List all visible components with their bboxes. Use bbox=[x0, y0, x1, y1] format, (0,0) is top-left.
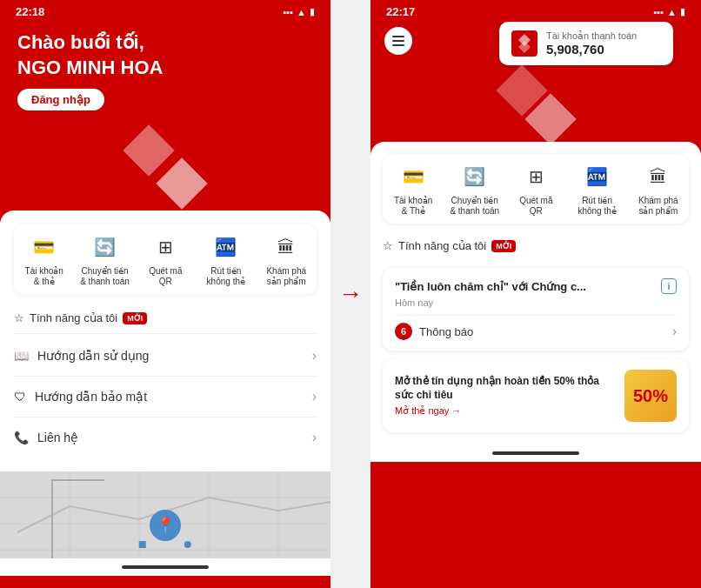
menu-item-security[interactable]: 🛡 Hướng dẫn bảo mật › bbox=[14, 377, 317, 418]
action-qr-r[interactable]: ⊞ Quét mãQR bbox=[511, 161, 560, 217]
right-phone: 22:17 ▪▪▪ ▲ ▮ Tài khoản th bbox=[371, 0, 701, 588]
chevron-contact-icon: › bbox=[312, 430, 317, 445]
chevron-guide-icon: › bbox=[312, 348, 317, 364]
arrow-icon: → bbox=[338, 280, 363, 308]
action-qr[interactable]: ⊞ Quét mãQR bbox=[141, 231, 190, 287]
withdraw-icon: 🏧 bbox=[210, 231, 242, 263]
features-label-right: Tính năng của tôi bbox=[398, 239, 486, 252]
bottom-indicator-right bbox=[492, 451, 579, 455]
bottom-indicator-left bbox=[122, 565, 209, 569]
new-badge-left: MỚI bbox=[123, 312, 147, 324]
action-transfer[interactable]: 🔄 Chuyển tiền& thanh toán bbox=[80, 231, 130, 287]
withdraw-label: Rút tiềnkhông thẻ bbox=[207, 266, 245, 287]
contact-label: Liên hệ bbox=[37, 431, 78, 444]
new-badge-right: MỚI bbox=[491, 240, 516, 252]
transfer-icon: 🔄 bbox=[90, 231, 121, 263]
action-transfer-r[interactable]: 🔄 Chuyển tiền& thanh toán bbox=[450, 161, 499, 217]
greeting-text: Chào buổi tối,Chào buổi tối, NGO MINH HO… bbox=[17, 30, 313, 80]
svg-rect-8 bbox=[392, 36, 404, 37]
withdraw-label-r: Rút tiềnkhông thẻ bbox=[577, 196, 616, 217]
info-icon[interactable]: i bbox=[661, 278, 677, 294]
features-row-right[interactable]: ☆ Tính năng của tôi MỚI bbox=[383, 232, 689, 259]
qr-label: Quét mãQR bbox=[149, 266, 182, 287]
status-bar-left: 22:18 ▪▪▪ ▲ ▮ bbox=[0, 0, 330, 22]
star-icon-r: ☆ bbox=[383, 239, 393, 252]
wifi-icon: ▲ bbox=[297, 7, 306, 17]
action-account-r[interactable]: 💳 Tài khoản& Thẻ bbox=[389, 161, 437, 217]
explore-icon-r: 🏛 bbox=[643, 161, 674, 192]
bottom-bar-right bbox=[371, 444, 701, 462]
promo-card[interactable]: Mở thẻ tín dụng nhận hoàn tiền 50% thỏa … bbox=[383, 359, 689, 432]
withdraw-icon-r: 🏧 bbox=[582, 161, 613, 192]
explore-label-r: Khám phásản phẩm bbox=[638, 196, 678, 217]
status-bar-right: 22:17 ▪▪▪ ▲ ▮ bbox=[371, 0, 701, 22]
white-section-right: 💳 Tài khoản& Thẻ 🔄 Chuyển tiền& thanh to… bbox=[371, 142, 701, 444]
action-withdraw[interactable]: 🏧 Rút tiềnkhông thẻ bbox=[202, 231, 250, 287]
status-icons-left: ▪▪▪ ▲ ▮ bbox=[283, 6, 315, 17]
notification-card[interactable]: "Tiền luôn chăm chỉ" với Chứng c... i Hô… bbox=[383, 268, 689, 351]
quick-actions-left: 💳 Tài khoản& thẻ 🔄 Chuyển tiền& thanh to… bbox=[14, 224, 317, 294]
promo-link[interactable]: Mở thẻ ngay → bbox=[395, 405, 616, 417]
action-explore-r[interactable]: 🏛 Khám phásản phẩm bbox=[634, 161, 683, 217]
chevron-security-icon: › bbox=[312, 389, 317, 404]
account-icon: 💳 bbox=[29, 231, 60, 263]
action-explore[interactable]: 🏛 Khám phásản phẩm bbox=[262, 231, 310, 287]
star-icon: ☆ bbox=[14, 311, 24, 324]
guide-label: Hướng dẫn sử dụng bbox=[37, 349, 149, 363]
account-icon-r: 💳 bbox=[397, 161, 429, 192]
menu-item-guide[interactable]: 📖 Hướng dẫn sử dụng › bbox=[14, 336, 317, 377]
account-card[interactable]: Tài khoản thanh toán 5,908,760 bbox=[499, 22, 673, 65]
action-withdraw-r[interactable]: 🏧 Rút tiềnkhông thẻ bbox=[573, 161, 622, 217]
features-label-left: Tính năng của tôi bbox=[30, 311, 117, 324]
svg-rect-9 bbox=[392, 40, 404, 42]
arrow-container: → bbox=[330, 0, 371, 588]
explore-label: Khám phásản phẩm bbox=[266, 266, 306, 287]
account-balance: 5,908,760 bbox=[546, 42, 637, 57]
quick-actions-right: 💳 Tài khoản& Thẻ 🔄 Chuyển tiền& thanh to… bbox=[383, 154, 689, 224]
account-card-label: Tài khoản thanh toán bbox=[546, 30, 637, 42]
qr-icon: ⊞ bbox=[150, 231, 181, 263]
time-right: 22:17 bbox=[386, 5, 415, 18]
diamond-logo-right bbox=[371, 72, 701, 142]
hamburger-button[interactable] bbox=[384, 27, 412, 55]
account-card-logo bbox=[511, 30, 537, 57]
white-section-left: 💳 Tài khoản& thẻ 🔄 Chuyển tiền& thanh to… bbox=[0, 210, 330, 471]
security-label: Hướng dẫn bảo mật bbox=[35, 390, 147, 404]
notif-subtitle: Hôm nay bbox=[395, 297, 677, 308]
notif-title: "Tiền luôn chăm chỉ" với Chứng c... i bbox=[395, 278, 677, 294]
transfer-label: Chuyển tiền& thanh toán bbox=[80, 266, 130, 287]
promo-text: Mở thẻ tín dụng nhận hoàn tiền 50% thỏa … bbox=[395, 375, 616, 417]
time-left: 22:18 bbox=[16, 5, 44, 18]
left-phone: 22:18 ▪▪▪ ▲ ▮ Chào buổi tối,Chào buổi tố… bbox=[0, 0, 330, 588]
signal-icon: ▪▪▪ bbox=[283, 7, 293, 17]
explore-icon: 🏛 bbox=[270, 231, 302, 263]
login-button[interactable]: Đăng nhập bbox=[17, 89, 104, 110]
chevron-notif-icon: › bbox=[672, 324, 677, 339]
contact-icon: 📞 bbox=[14, 431, 29, 444]
notification-label: Thông báo bbox=[419, 325, 473, 338]
map-section: 📍 bbox=[0, 471, 330, 558]
guide-icon: 📖 bbox=[14, 349, 29, 363]
transfer-label-r: Chuyển tiền& thanh toán bbox=[450, 196, 499, 217]
menu-item-contact[interactable]: 📞 Liên hệ › bbox=[14, 418, 317, 458]
transfer-icon-r: 🔄 bbox=[459, 161, 491, 192]
signal-icon-r: ▪▪▪ bbox=[653, 7, 664, 17]
bottom-bar-left bbox=[0, 558, 330, 576]
battery-icon-r: ▮ bbox=[680, 6, 685, 17]
battery-icon: ▮ bbox=[310, 6, 315, 17]
promo-title: Mở thẻ tín dụng nhận hoàn tiền 50% thỏa … bbox=[395, 375, 616, 402]
diamond-logo-left bbox=[0, 124, 330, 210]
wifi-icon-r: ▲ bbox=[667, 7, 677, 17]
notification-count: 6 bbox=[395, 323, 412, 340]
account-info: Tài khoản thanh toán 5,908,760 bbox=[546, 30, 637, 57]
features-row-left[interactable]: ☆ Tính năng của tôi MỚI bbox=[14, 304, 317, 331]
svg-rect-10 bbox=[392, 44, 404, 46]
notif-badge-row[interactable]: 6 Thông báo › bbox=[395, 323, 677, 340]
status-icons-right: ▪▪▪ ▲ ▮ bbox=[653, 6, 685, 17]
promo-badge: 50% bbox=[624, 370, 677, 422]
action-account[interactable]: 💳 Tài khoản& thẻ bbox=[20, 231, 69, 287]
qr-icon-r: ⊞ bbox=[520, 161, 551, 192]
account-label: Tài khoản& thẻ bbox=[25, 266, 63, 287]
account-label-r: Tài khoản& Thẻ bbox=[394, 196, 432, 217]
qr-label-r: Quét mãQR bbox=[519, 196, 552, 217]
